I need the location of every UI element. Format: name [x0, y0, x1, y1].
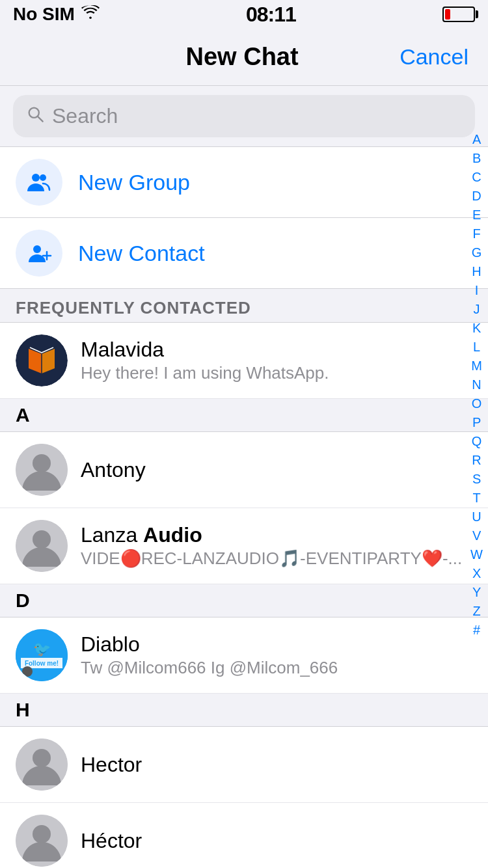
alpha-s[interactable]: S	[472, 470, 481, 489]
alpha-y[interactable]: Y	[472, 583, 481, 602]
svg-point-9	[33, 454, 51, 472]
new-contact-icon-wrap	[16, 230, 62, 277]
section-h-list: Hector Héctor	[0, 727, 488, 868]
contact-name-hector1: Hector	[81, 753, 472, 777]
status-time: 08:11	[246, 3, 296, 27]
new-group-label: New Group	[78, 170, 190, 195]
contact-item-hector2[interactable]: Héctor	[0, 803, 488, 868]
person-icon-hector2	[16, 815, 68, 867]
contact-name-diablo: Diablo	[81, 632, 472, 657]
alpha-h[interactable]: H	[472, 262, 481, 281]
search-placeholder: Search	[52, 104, 118, 128]
avatar-lanza-audio	[16, 520, 68, 572]
alpha-n[interactable]: N	[472, 375, 481, 394]
contact-item-diablo[interactable]: 🐦 Follow me! Diablo Tw @Milcom666 Ig @Mi…	[0, 617, 488, 694]
new-contact-label: New Contact	[78, 241, 205, 266]
alpha-r[interactable]: R	[472, 451, 481, 470]
contact-name-malavida: Malavida	[81, 338, 472, 362]
svg-text:Follow me!: Follow me!	[25, 660, 59, 667]
cancel-button[interactable]: Cancel	[400, 44, 468, 70]
contact-info-hector2: Héctor	[81, 829, 472, 853]
alpha-b[interactable]: B	[472, 149, 481, 168]
person-icon-hector1	[16, 739, 68, 791]
contact-info-antony: Antony	[81, 458, 472, 482]
avatar-antony	[16, 444, 68, 496]
svg-point-11	[33, 530, 51, 549]
carrier-text: No SIM	[13, 4, 75, 25]
alpha-a[interactable]: A	[472, 130, 481, 149]
alpha-d[interactable]: D	[472, 187, 481, 206]
alpha-k[interactable]: K	[472, 319, 481, 338]
contact-info-lanza-audio: Lanza Audio VIDE🔴REC-LANZAUDIO🎵-EVENTIPA…	[81, 523, 472, 569]
person-icon-lanza	[16, 520, 68, 572]
alpha-m[interactable]: M	[471, 357, 482, 375]
battery-icon	[442, 7, 475, 22]
malavida-avatar-icon	[16, 334, 68, 387]
svg-point-18	[33, 749, 51, 767]
battery-fill	[445, 9, 450, 20]
new-group-button[interactable]: New Group	[0, 147, 488, 218]
alpha-w[interactable]: W	[470, 545, 483, 564]
letter-section-h: H	[0, 694, 488, 727]
frequently-contacted-header: FREQUENTLY CONTACTED	[0, 289, 488, 323]
contact-item-malavida[interactable]: Malavida Hey there! I am using WhatsApp.	[0, 323, 488, 399]
svg-point-2	[32, 174, 40, 182]
alpha-e[interactable]: E	[472, 206, 481, 224]
section-a-list: Antony Lanza Audio VIDE🔴REC-LANZAUDIO🎵-E…	[0, 432, 488, 584]
navigation-bar: New Chat Cancel	[0, 29, 488, 86]
action-list: New Group New Contact	[0, 146, 488, 289]
contact-name-antony: Antony	[81, 458, 472, 482]
alpha-l[interactable]: L	[473, 338, 480, 357]
twitter-avatar-icon: 🐦 Follow me!	[16, 629, 68, 681]
new-contact-button[interactable]: New Contact	[0, 218, 488, 289]
contact-info-hector1: Hector	[81, 753, 472, 777]
alpha-j[interactable]: J	[474, 300, 480, 319]
add-person-icon	[26, 240, 52, 266]
contact-status-diablo: Tw @Milcom666 Ig @Milcom_666	[81, 658, 472, 678]
contact-item-antony[interactable]: Antony	[0, 432, 488, 508]
avatar-hector1	[16, 739, 68, 791]
new-group-icon-wrap	[16, 159, 62, 206]
status-bar: No SIM 08:11	[0, 0, 488, 29]
alpha-p[interactable]: P	[472, 413, 481, 432]
group-icon	[26, 169, 52, 195]
letter-section-a: A	[0, 399, 488, 432]
avatar-hector2	[16, 815, 68, 867]
contact-info-diablo: Diablo Tw @Milcom666 Ig @Milcom_666	[81, 632, 472, 678]
search-icon	[26, 105, 44, 128]
alpha-o[interactable]: O	[472, 394, 482, 413]
frequently-contacted-list: Malavida Hey there! I am using WhatsApp.	[0, 323, 488, 399]
person-icon-antony	[16, 444, 68, 496]
status-carrier: No SIM	[13, 4, 100, 25]
alpha-i[interactable]: I	[475, 281, 479, 300]
letter-section-d: D	[0, 584, 488, 617]
svg-point-4	[33, 245, 41, 253]
avatar-diablo: 🐦 Follow me!	[16, 629, 68, 681]
contact-item-lanza-audio[interactable]: Lanza Audio VIDE🔴REC-LANZAUDIO🎵-EVENTIPA…	[0, 508, 488, 584]
alpha-x[interactable]: X	[472, 564, 481, 583]
alpha-g[interactable]: G	[472, 243, 482, 262]
search-bar[interactable]: Search	[13, 95, 475, 137]
alpha-z[interactable]: Z	[472, 602, 480, 621]
status-battery-area	[442, 7, 475, 22]
contact-name-lanza-audio: Lanza Audio	[81, 523, 472, 547]
alpha-f[interactable]: F	[472, 224, 480, 243]
search-container: Search	[0, 86, 488, 146]
contact-status-lanza-audio: VIDE🔴REC-LANZAUDIO🎵-EVENTIPARTY❤️-...	[81, 549, 472, 569]
alpha-t[interactable]: T	[472, 489, 480, 508]
avatar-malavida	[16, 334, 68, 387]
alpha-hash[interactable]: #	[473, 621, 480, 640]
contact-item-hector1[interactable]: Hector	[0, 727, 488, 803]
svg-point-20	[33, 825, 51, 843]
alpha-u[interactable]: U	[472, 508, 481, 526]
alpha-v[interactable]: V	[472, 526, 481, 545]
alpha-q[interactable]: Q	[472, 432, 482, 451]
alpha-c[interactable]: C	[472, 168, 481, 187]
page-title: New Chat	[186, 43, 299, 71]
alphabet-index: A B C D E F G H I J K L M N O P Q R S T …	[470, 130, 483, 640]
contact-status-malavida: Hey there! I am using WhatsApp.	[81, 363, 472, 383]
contact-info-malavida: Malavida Hey there! I am using WhatsApp.	[81, 338, 472, 383]
contact-name-hector2: Héctor	[81, 829, 472, 853]
svg-text:🐦: 🐦	[33, 640, 51, 658]
svg-point-3	[40, 174, 46, 181]
